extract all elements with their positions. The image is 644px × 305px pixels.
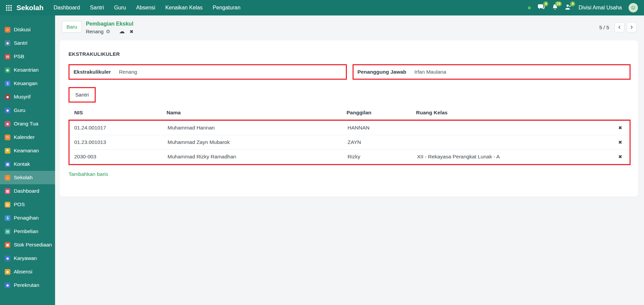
sidebar-item-perekrutan[interactable]: ☻ Perekrutan [0,278,55,292]
sidebar-item-label: Guru [14,107,25,113]
status-badge-new: Baru [62,21,82,33]
add-row-link[interactable]: Tambahkan baris [68,171,108,177]
cell-ruang-kelas[interactable]: XII - Rekayasa Perangkat Lunak - A [417,150,611,164]
sidebar-item-musyrif[interactable]: ☻ Musyrif [0,90,55,104]
prev-record-button[interactable] [614,22,625,32]
sidebar-item-diskusi[interactable]: ☺ Diskusi [0,23,55,36]
cell-nama[interactable]: Muhammad Zayn Mubarok [168,135,348,149]
apps-grid-icon[interactable] [6,5,12,11]
cell-nis[interactable]: 01.23.001013 [70,135,168,149]
document-name: Renang [86,29,104,34]
sidebar-item-label: Keuangan [14,80,38,86]
row-delete-icon[interactable]: ✖ [611,136,630,149]
cell-panggilan[interactable]: ZAYN [348,135,417,149]
cell-panggilan[interactable]: Rizky [348,150,417,164]
workspace-sidebar: ☺ Diskusi ☻ Santri ▤ PSB ◉ Kesantrian $ … [0,15,55,305]
purchase-icon: ▤ [5,229,10,234]
stock-icon: ▣ [5,242,10,248]
user-menu-label[interactable]: Divisi Amal Usaha [579,5,622,11]
contact-icon: ▣ [5,161,10,167]
user-avatar[interactable]: ☺ [629,3,638,12]
nav-item-dashboard[interactable]: Dashboard [54,5,80,11]
field-label: Ekstrakulikuler [74,69,111,75]
sidebar-item-absensi[interactable]: ☻ Absensi [0,265,55,278]
nav-item-label: Dashboard [54,5,80,10]
sidebar-item-psb[interactable]: ▤ PSB [0,50,55,63]
document-icon: ▤ [5,54,10,60]
main-content: Baru Pembagian Ekskul Renang ⚙ ☁ ✖ 5 / 5… [55,0,644,197]
calendar-icon: 31 [5,135,10,140]
field-value[interactable]: Renang [119,69,341,75]
table-row[interactable]: 01.23.001013 Muhammad Zayn Mubarok ZAYN … [70,135,630,150]
nav-item-guru[interactable]: Guru [114,5,126,11]
sidebar-item-label: Stok Persediaan [14,242,52,248]
cell-ruang-kelas[interactable] [417,138,611,146]
sidebar-item-keamanan[interactable]: ⚑ Keamanan [0,144,55,157]
cell-ruang-kelas[interactable] [417,124,611,132]
upload-cloud-icon[interactable]: ☁ [119,28,125,35]
row-delete-icon[interactable]: ✖ [611,150,630,163]
cell-nis[interactable]: 2030-003 [70,150,168,164]
table-row[interactable]: 01.24.001017 Muhammad Hannan HANNAN ✖ [70,121,630,135]
column-nis: NIS [68,105,167,119]
sidebar-item-kontak[interactable]: ▣ Kontak [0,157,55,171]
column-actions [612,108,631,116]
sidebar-item-stok-persediaan[interactable]: ▣ Stok Persediaan [0,238,55,252]
field-value[interactable]: Irfan Maulana [414,69,626,75]
column-ruang-kelas: Ruang Kelas [416,105,612,119]
security-icon: ⚑ [5,148,10,154]
sidebar-item-pos[interactable]: ▥ POS [0,198,55,211]
nav-item-label: Guru [114,5,126,10]
field-label: Penanggung Jawab [358,69,407,75]
field-penanggung-jawab[interactable]: Penanggung Jawab Irfan Maulana [353,64,631,80]
sidebar-item-sekolah[interactable]: ⌂ Sekolah [0,171,55,184]
app-title[interactable]: Sekolah [16,4,44,12]
cell-panggilan[interactable]: HANNAN [348,121,417,135]
nav-item-absensi[interactable]: Absensi [136,5,155,11]
next-record-button[interactable] [627,22,637,32]
page-title: Pembagian Ekskul [86,21,134,27]
cell-nis[interactable]: 01.24.001017 [70,121,168,135]
billing-icon: $ [5,215,10,221]
table-row[interactable]: 2030-003 Muhammad Rizky Ramadhan Rizky X… [70,150,630,164]
sidebar-item-karyawan[interactable]: ☻ Karyawan [0,252,55,265]
sidebar-item-penagihan[interactable]: $ Penagihan [0,211,55,225]
sidebar-item-keuangan[interactable]: $ Keuangan [0,77,55,90]
nav-item-santri[interactable]: Santri [90,5,104,11]
student-icon: ☻ [5,40,10,46]
discussion-icon: ☺ [5,27,10,33]
sidebar-item-label: Keamanan [14,148,39,154]
sidebar-item-dashboard[interactable]: ▦ Dashboard [0,184,55,198]
cell-nama[interactable]: Muhammad Rizky Ramadhan [168,150,348,164]
user-points-badge: 4 [570,1,575,6]
page-header: Baru Pembagian Ekskul Renang ⚙ ☁ ✖ 5 / 5 [55,15,644,38]
globe-icon: ◉ [5,67,10,73]
column-nama: Nama [167,105,347,119]
nav-item-label: Kenaikan Kelas [165,5,202,10]
sidebar-item-kesantrian[interactable]: ◉ Kesantrian [0,63,55,77]
field-ekstrakulikuler[interactable]: Ekstrakulikuler Renang [68,64,347,80]
nav-item-pengaturan[interactable]: Pengaturan [213,5,240,11]
nav-item-label: Absensi [136,5,155,10]
sidebar-item-kalender[interactable]: 31 Kalender [0,130,55,144]
santri-table-header: NIS Nama Panggilan Ruang Kelas [68,105,631,120]
cell-nama[interactable]: Muhammad Hannan [168,121,348,135]
pagination-counter: 5 / 5 [599,25,609,30]
sidebar-item-santri[interactable]: ☻ Santri [0,36,55,50]
row-delete-icon[interactable]: ✖ [611,121,630,135]
sidebar-item-pembelian[interactable]: ▤ Pembelian [0,225,55,238]
gear-icon[interactable]: ⚙ [106,29,110,35]
close-icon[interactable]: ✖ [130,29,134,34]
sidebar-item-label: Perekrutan [14,282,39,288]
sidebar-item-guru[interactable]: ☻ Guru [0,104,55,117]
section-title: EKSTRAKULIKULER [68,51,631,57]
user-points-button[interactable]: 4 [565,4,572,12]
chat-button[interactable]: 4 [538,4,545,12]
nav-item-kenaikan-kelas[interactable]: Kenaikan Kelas [165,5,202,11]
form-card: EKSTRAKULIKULER Ekstrakulikuler Renang P… [60,40,638,197]
sidebar-item-label: Penagihan [14,215,39,221]
pos-icon: ▥ [5,202,10,207]
notifications-button[interactable]: 19 [552,4,558,12]
santri-table-body: 01.24.001017 Muhammad Hannan HANNAN ✖ 01… [68,120,631,165]
sidebar-item-orang-tua[interactable]: ☻ Orang Tua [0,117,55,130]
